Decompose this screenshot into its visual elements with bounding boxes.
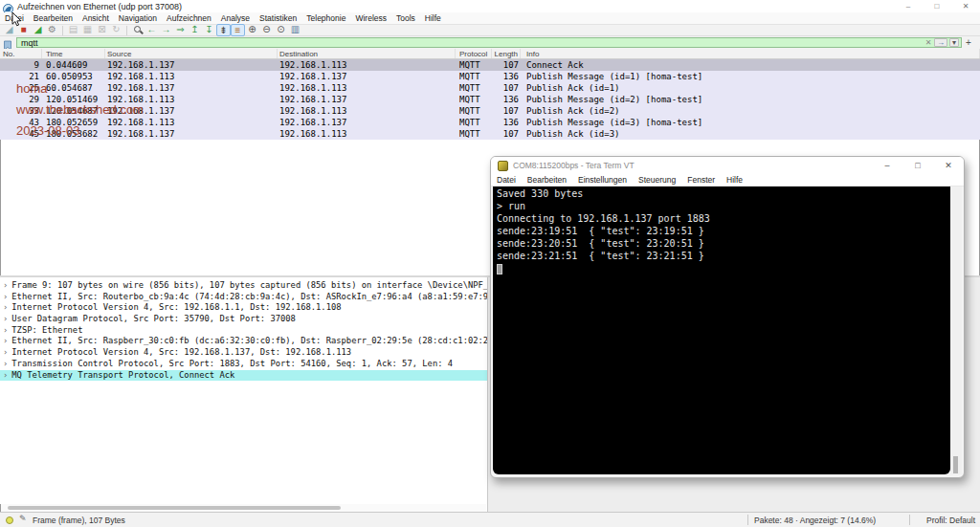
auto-scroll-toggle[interactable]: ⇟	[216, 24, 231, 36]
detail-line-text: Internet Protocol Version 4, Src: 192.16…	[11, 302, 341, 312]
detail-line[interactable]: ›MQ Telemetry Transport Protocol, Connec…	[0, 370, 487, 382]
detail-line[interactable]: ›Transmission Control Protocol, Src Port…	[0, 359, 487, 370]
filter-add-button[interactable]: +	[966, 37, 971, 48]
packet-row[interactable]: 29120.051469192.168.1.113192.168.1.137MQ…	[0, 94, 980, 105]
menu-item-statistiken[interactable]: Statistiken	[255, 12, 301, 24]
zoom-reset-button[interactable]: ⊙	[274, 24, 288, 36]
detail-line[interactable]: ›Frame 9: 107 bytes on wire (856 bits), …	[0, 280, 487, 292]
zoom-in-button[interactable]: ⊕	[245, 24, 259, 36]
menu-item-bearbeiten[interactable]: Bearbeiten	[29, 12, 78, 24]
detail-line[interactable]: ›Internet Protocol Version 4, Src: 192.1…	[0, 347, 487, 359]
terminal-output[interactable]: Saved 330 bytes> runConnecting to 192.16…	[493, 187, 950, 474]
filter-apply-icon[interactable]: →	[934, 38, 947, 47]
teraterm-minimize-button[interactable]: –	[872, 157, 902, 174]
column-header-length[interactable]: Length	[492, 49, 521, 58]
colorize-toggle[interactable]: ≡	[231, 24, 245, 36]
terminal-line: > run	[497, 200, 950, 212]
packet-row[interactable]: 2560.054687192.168.1.137192.168.1.113MQT…	[0, 82, 980, 94]
menu-item-steuerung[interactable]: Steuerung	[633, 174, 681, 187]
resize-columns-button[interactable]: ▥	[288, 24, 302, 36]
menu-item-tools[interactable]: Tools	[391, 12, 420, 24]
details-horizontal-scrollbar[interactable]	[1, 504, 486, 512]
restart-capture-button[interactable]: ◢	[31, 24, 45, 36]
expand-chevron-icon[interactable]: ›	[3, 359, 8, 368]
maximize-button[interactable]: □	[923, 0, 951, 12]
menu-item-wireless[interactable]: Wireless	[350, 12, 391, 24]
menu-item-ansicht[interactable]: Ansicht	[78, 12, 114, 24]
terminal-scrollbar-thumb[interactable]	[953, 456, 958, 473]
terminal-line: Saved 330 bytes	[497, 187, 950, 200]
display-filter-input[interactable]: mqtt ✕ → ▾	[16, 37, 962, 48]
watermark-line: homa	[16, 82, 144, 95]
column-header-info[interactable]: Info	[521, 49, 980, 58]
menu-item-analyse[interactable]: Analyse	[216, 12, 255, 24]
expand-chevron-icon[interactable]: ›	[3, 314, 8, 323]
terminal-line: sende:23:19:51 { "test": 23:19:51 }	[497, 225, 950, 237]
expand-chevron-icon[interactable]: ›	[3, 347, 8, 357]
first-packet-button[interactable]: ↥	[188, 24, 202, 36]
packet-list-header: No.TimeSourceDestinationProtocolLengthIn…	[0, 49, 980, 59]
menu-item-navigation[interactable]: Navigation	[114, 12, 162, 24]
menu-item-fenster[interactable]: Fenster	[681, 174, 721, 187]
teraterm-close-button[interactable]: ✕	[933, 157, 964, 174]
column-header-source[interactable]: Source	[105, 49, 278, 58]
packet-row[interactable]: 2160.050953192.168.1.113192.168.1.137MQT…	[0, 71, 980, 82]
detail-line[interactable]: ›Ethernet II, Src: Routerbo_cb:9a:4c (74…	[0, 292, 487, 303]
find-packet-button[interactable]	[130, 24, 145, 36]
menu-item-datei[interactable]: Datei	[491, 174, 522, 187]
zoom-out-button[interactable]: ⊖	[259, 24, 274, 36]
close-file-button[interactable]: ⊠	[95, 24, 109, 36]
detail-line[interactable]: ›User Datagram Protocol, Src Port: 35790…	[0, 314, 487, 325]
statusbar-profile[interactable]: Profil: Default	[926, 516, 975, 525]
filter-dropdown-icon[interactable]: ▾	[949, 38, 959, 47]
packet-row[interactable]: 90.044609192.168.1.137192.168.1.113MQTT1…	[0, 59, 980, 71]
screen: Aufzeichnen von Ethernet (udp port 37008…	[0, 0, 980, 527]
wireshark-statusbar: ✎ Frame (frame), 107 Bytes Pakete: 48 · …	[0, 512, 980, 527]
detail-line-text: Frame 9: 107 bytes on wire (856 bits), 1…	[11, 280, 487, 290]
open-file-button[interactable]: ▤	[66, 24, 80, 36]
teraterm-window-controls: – □ ✕	[872, 157, 964, 174]
scrollbar-thumb[interactable]	[8, 506, 341, 510]
expand-chevron-icon[interactable]: ›	[3, 325, 8, 335]
expand-chevron-icon[interactable]: ›	[3, 280, 8, 290]
go-to-packet-button[interactable]: ⇒	[173, 24, 188, 36]
teraterm-maximize-button[interactable]: □	[902, 157, 933, 174]
packet-row[interactable]: 33120.054687192.168.1.137192.168.1.113MQ…	[0, 105, 980, 117]
close-button[interactable]: ✕	[951, 0, 980, 12]
terminal-scrollbar[interactable]	[950, 187, 962, 474]
detail-line[interactable]: ›TZSP: Ethernet	[0, 325, 487, 337]
next-packet-button[interactable]: →	[159, 24, 173, 36]
capture-options-button[interactable]: ⚙	[45, 24, 59, 36]
filter-clear-icon[interactable]: ✕	[923, 38, 934, 47]
column-header-no[interactable]: No.	[0, 49, 42, 58]
column-header-protocol[interactable]: Protocol	[456, 49, 492, 58]
menu-item-hilfe[interactable]: Hilfe	[721, 174, 748, 187]
menu-item-telephonie[interactable]: Telephonie	[301, 12, 350, 24]
expand-chevron-icon[interactable]: ›	[3, 292, 8, 301]
detail-line[interactable]: ›Internet Protocol Version 4, Src: 192.1…	[0, 302, 487, 314]
menu-item-bearbeiten[interactable]: Bearbeiten	[522, 174, 572, 187]
packet-row[interactable]: 43180.052659192.168.1.113192.168.1.137MQ…	[0, 117, 980, 128]
packet-row[interactable]: 45180.053682192.168.1.137192.168.1.113MQ…	[0, 128, 980, 140]
expert-info-icon[interactable]	[6, 516, 13, 524]
last-packet-button[interactable]: ↧	[202, 24, 216, 36]
expand-chevron-icon[interactable]: ›	[3, 302, 8, 312]
previous-packet-button[interactable]: ←	[145, 24, 159, 36]
expand-chevron-icon[interactable]: ›	[3, 336, 8, 345]
save-file-button[interactable]: ▦	[80, 24, 95, 36]
minimize-button[interactable]: –	[894, 0, 923, 12]
menu-item-hilfe[interactable]: Hilfe	[420, 12, 446, 24]
teraterm-app-icon	[498, 161, 508, 171]
filter-bookmark-icon[interactable]	[3, 37, 14, 48]
menu-item-aufzeichnen[interactable]: Aufzeichnen	[162, 12, 216, 24]
detail-line-text: Ethernet II, Src: Raspberr_30:c0:fb (dc:…	[11, 336, 487, 345]
expand-chevron-icon[interactable]: ›	[3, 370, 8, 380]
column-header-destination[interactable]: Destination	[278, 49, 456, 58]
packet-details-pane: ›Frame 9: 107 bytes on wire (856 bits), …	[0, 277, 487, 504]
menu-item-einstellungen[interactable]: Einstellungen	[572, 174, 633, 187]
detail-line[interactable]: ›Ethernet II, Src: Raspberr_30:c0:fb (dc…	[0, 336, 487, 347]
reload-button[interactable]: ↻	[109, 24, 123, 36]
wireshark-toolbar: ◢■◢⚙▤▦⊠↻←→⇒↥↧⇟≡⊕⊖⊙▥	[0, 24, 980, 36]
column-header-time[interactable]: Time	[42, 49, 105, 58]
capture-comment-icon[interactable]: ✎	[19, 514, 27, 523]
